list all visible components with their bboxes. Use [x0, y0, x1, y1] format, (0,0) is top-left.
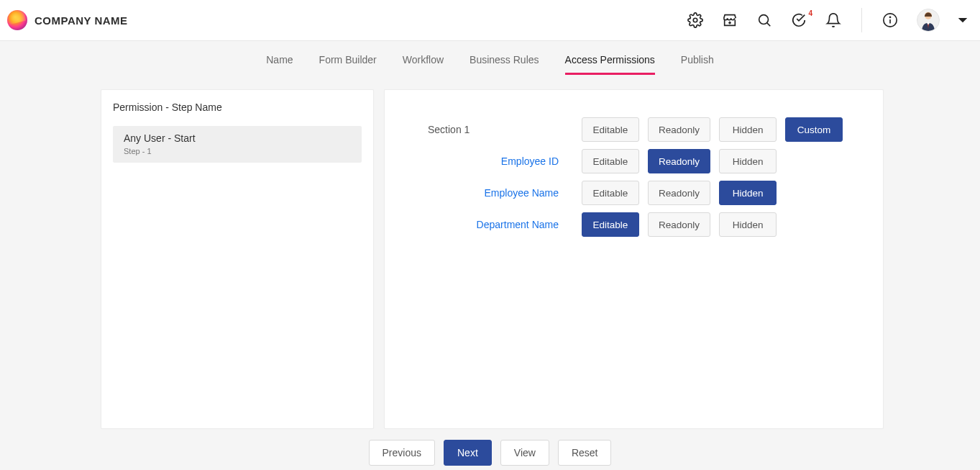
- user-avatar[interactable]: [917, 9, 940, 32]
- field-employee-name-label: Employee Name: [425, 187, 582, 199]
- department-name-editable-button[interactable]: Editable: [582, 212, 639, 237]
- section-readonly-button[interactable]: Readonly: [648, 117, 710, 142]
- view-button[interactable]: View: [500, 440, 549, 466]
- tab-name[interactable]: Name: [266, 54, 293, 75]
- permission-steps-panel: Permission - Step Name Any User - Start …: [101, 89, 374, 429]
- step-title: Any User - Start: [124, 132, 351, 144]
- info-icon[interactable]: [882, 12, 898, 28]
- employee-id-hidden-button[interactable]: Hidden: [719, 149, 777, 173]
- employee-name-editable-button[interactable]: Editable: [582, 181, 639, 205]
- check-circle-icon[interactable]: 4: [791, 12, 807, 28]
- search-icon[interactable]: [756, 12, 772, 28]
- employee-name-hidden-button[interactable]: Hidden: [719, 181, 777, 205]
- step-card[interactable]: Any User - Start Step - 1: [113, 126, 362, 163]
- section-hidden-button[interactable]: Hidden: [719, 117, 777, 142]
- field-employee-id-label: Employee ID: [425, 155, 582, 167]
- department-name-readonly-button[interactable]: Readonly: [648, 212, 710, 237]
- store-icon[interactable]: [722, 12, 738, 28]
- permission-editor-panel: Section 1 Editable Readonly Hidden Custo…: [384, 89, 884, 429]
- reset-button[interactable]: Reset: [558, 440, 612, 466]
- company-logo: [7, 10, 27, 30]
- tab-workflow[interactable]: Workflow: [403, 54, 444, 75]
- svg-line-4: [767, 23, 770, 26]
- svg-point-3: [759, 15, 769, 24]
- section-label: Section 1: [425, 124, 582, 135]
- sidebar-title: Permission - Step Name: [113, 101, 362, 113]
- department-name-hidden-button[interactable]: Hidden: [719, 212, 777, 237]
- account-menu-caret-icon[interactable]: [958, 16, 967, 24]
- next-button[interactable]: Next: [444, 440, 492, 466]
- tab-publish[interactable]: Publish: [681, 54, 714, 75]
- step-sub: Step - 1: [124, 147, 351, 155]
- previous-button[interactable]: Previous: [369, 440, 435, 466]
- bell-icon[interactable]: [825, 12, 841, 28]
- notification-count: 4: [808, 9, 812, 17]
- tab-access-permissions[interactable]: Access Permissions: [565, 54, 655, 75]
- employee-id-readonly-button[interactable]: Readonly: [648, 149, 710, 173]
- section-editable-button[interactable]: Editable: [582, 117, 639, 142]
- employee-name-readonly-button[interactable]: Readonly: [648, 181, 710, 205]
- tab-form-builder[interactable]: Form Builder: [319, 54, 377, 75]
- employee-id-editable-button[interactable]: Editable: [582, 149, 639, 173]
- field-department-name-label: Department Name: [425, 219, 582, 230]
- svg-point-7: [889, 17, 890, 17]
- divider: [861, 8, 862, 32]
- tab-business-rules[interactable]: Business Rules: [470, 54, 539, 75]
- section-custom-button[interactable]: Custom: [785, 117, 843, 142]
- settings-icon[interactable]: [687, 12, 703, 28]
- svg-point-0: [693, 18, 697, 22]
- company-name: COMPANY NAME: [35, 14, 128, 27]
